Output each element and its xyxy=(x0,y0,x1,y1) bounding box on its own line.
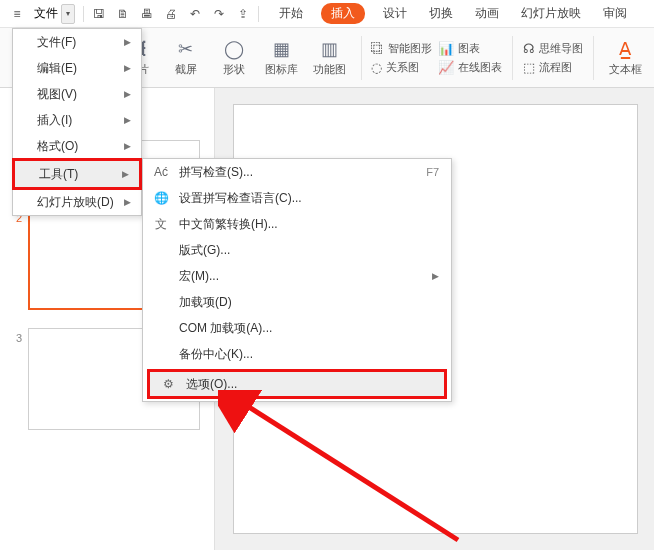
ribbon-screenshot[interactable]: ✂截屏 xyxy=(165,32,207,84)
menu-tools[interactable]: 工具(T)▶ xyxy=(15,161,139,187)
separator xyxy=(512,36,513,80)
funcimg-icon: ▥ xyxy=(321,38,338,60)
ribbon-mindmap[interactable]: ☊思维导图 xyxy=(523,41,583,56)
menu-insert[interactable]: 插入(I)▶ xyxy=(13,107,141,133)
ribbon-funcimg[interactable]: ▥功能图 xyxy=(309,32,351,84)
shape-icon: ◯ xyxy=(224,38,244,60)
chevron-right-icon: ▶ xyxy=(124,115,131,125)
submenu-options[interactable]: ⚙选项(O)... xyxy=(150,372,444,396)
ribbon-tabs: 开始 插入 设计 切换 动画 幻灯片放映 审阅 xyxy=(275,3,631,24)
ribbon-iconlib[interactable]: ▦图标库 xyxy=(261,32,303,84)
chevron-down-icon[interactable]: ▾ xyxy=(61,4,75,24)
separator xyxy=(83,6,84,22)
chevron-right-icon: ▶ xyxy=(124,197,131,207)
ribbon-relation[interactable]: ◌关系图 xyxy=(371,60,432,75)
chevron-right-icon: ▶ xyxy=(124,89,131,99)
redo-icon[interactable]: ↷ xyxy=(208,3,230,25)
tab-review[interactable]: 审阅 xyxy=(599,3,631,24)
tab-insert[interactable]: 插入 xyxy=(321,3,365,24)
keyboard-shortcut: F7 xyxy=(426,166,439,178)
submenu-template[interactable]: 版式(G)... xyxy=(143,237,451,263)
file-menu-button[interactable]: 文件 ▾ xyxy=(30,3,79,25)
quick-access-toolbar: ≡ 文件 ▾ 🖫 🗎 🖶 🖨 ↶ ↷ ⇪ 开始 插入 设计 切换 动画 幻灯片放… xyxy=(0,0,654,28)
file-dropdown-menu: 文件(F)▶ 编辑(E)▶ 视图(V)▶ 插入(I)▶ 格式(O)▶ 工具(T)… xyxy=(12,28,142,216)
screenshot-icon: ✂ xyxy=(178,38,193,60)
export-icon[interactable]: ⇪ xyxy=(232,3,254,25)
globe-icon: 🌐 xyxy=(153,191,169,205)
tab-transition[interactable]: 切换 xyxy=(425,3,457,24)
chevron-right-icon: ▶ xyxy=(124,141,131,151)
smartart-icon: ⿻ xyxy=(371,41,384,56)
separator xyxy=(258,6,259,22)
tab-design[interactable]: 设计 xyxy=(379,3,411,24)
hamburger-icon[interactable]: ≡ xyxy=(6,3,28,25)
chart-icon: 📊 xyxy=(438,41,454,56)
iconlib-icon: ▦ xyxy=(273,38,290,60)
ribbon-chart[interactable]: 📊图表 xyxy=(438,41,502,56)
menu-format[interactable]: 格式(O)▶ xyxy=(13,133,141,159)
tab-animation[interactable]: 动画 xyxy=(471,3,503,24)
slide-number: 2 xyxy=(10,208,22,310)
submenu-chconvert[interactable]: 文中文简繁转换(H)... xyxy=(143,211,451,237)
gear-icon: ⚙ xyxy=(160,377,176,391)
ribbon-flowchart[interactable]: ⬚流程图 xyxy=(523,60,583,75)
ribbon-textbox[interactable]: A̲文本框 xyxy=(604,32,646,84)
mindmap-icon: ☊ xyxy=(523,41,535,56)
spellcheck-icon: Ać xyxy=(153,165,169,179)
menu-slideshow[interactable]: 幻灯片放映(D)▶ xyxy=(13,189,141,215)
menu-edit[interactable]: 编辑(E)▶ xyxy=(13,55,141,81)
submenu-comaddin[interactable]: COM 加载项(A)... xyxy=(143,315,451,341)
save-icon[interactable]: 🖫 xyxy=(88,3,110,25)
submenu-addin[interactable]: 加载项(D) xyxy=(143,289,451,315)
undo-icon[interactable]: ↶ xyxy=(184,3,206,25)
slide-number: 3 xyxy=(10,328,22,430)
print-icon[interactable]: 🖶 xyxy=(136,3,158,25)
submenu-backup[interactable]: 备份中心(K)... xyxy=(143,341,451,367)
flowchart-icon: ⬚ xyxy=(523,60,535,75)
onlinechart-icon: 📈 xyxy=(438,60,454,75)
chevron-right-icon: ▶ xyxy=(432,271,439,281)
chevron-right-icon: ▶ xyxy=(124,37,131,47)
submenu-macro[interactable]: 宏(M)... ▶ xyxy=(143,263,451,289)
relation-icon: ◌ xyxy=(371,60,382,75)
ribbon-smartart[interactable]: ⿻智能图形 xyxy=(371,41,432,56)
chevron-right-icon: ▶ xyxy=(124,63,131,73)
highlight-box: ⚙选项(O)... xyxy=(147,369,447,399)
submenu-spellcheck[interactable]: Ać拼写检查(S)... F7 xyxy=(143,159,451,185)
convert-icon: 文 xyxy=(153,216,169,233)
tools-submenu: Ać拼写检查(S)... F7 🌐设置拼写检查语言(C)... 文中文简繁转换(… xyxy=(142,158,452,402)
tab-start[interactable]: 开始 xyxy=(275,3,307,24)
separator xyxy=(593,36,594,80)
print-preview-icon[interactable]: 🖨 xyxy=(160,3,182,25)
menu-file[interactable]: 文件(F)▶ xyxy=(13,29,141,55)
ribbon-shape[interactable]: ◯形状 xyxy=(213,32,255,84)
separator xyxy=(361,36,362,80)
tab-slideshow[interactable]: 幻灯片放映 xyxy=(517,3,585,24)
highlight-box: 工具(T)▶ xyxy=(12,158,142,190)
ribbon-onlinechart[interactable]: 📈在线图表 xyxy=(438,60,502,75)
submenu-spelllang[interactable]: 🌐设置拼写检查语言(C)... xyxy=(143,185,451,211)
file-menu-label: 文件 xyxy=(34,5,58,22)
menu-view[interactable]: 视图(V)▶ xyxy=(13,81,141,107)
textbox-icon: A̲ xyxy=(619,38,631,60)
save-as-icon[interactable]: 🗎 xyxy=(112,3,134,25)
chevron-right-icon: ▶ xyxy=(122,169,129,179)
